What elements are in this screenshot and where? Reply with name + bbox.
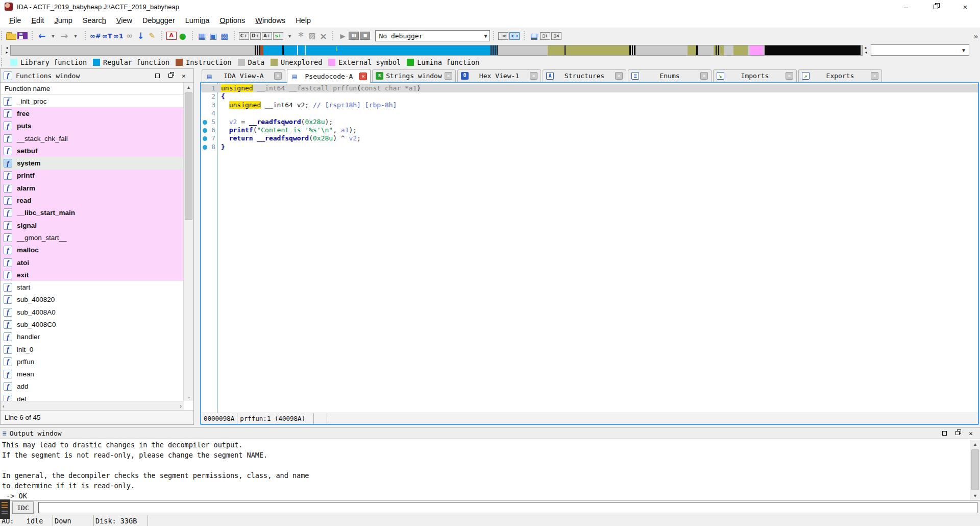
function-row[interactable]: fexit — [1, 269, 184, 281]
output-window-titlebar[interactable]: ≡ Output window × — [0, 427, 980, 439]
output-log[interactable]: This may lead to drastic changes in the … — [0, 440, 970, 500]
tab-close-icon[interactable]: × — [871, 72, 878, 80]
desktop-save-icon[interactable]: ▣ — [208, 31, 218, 41]
menu-file[interactable]: File — [4, 15, 26, 26]
tab-strings-window[interactable]: sStrings window× — [372, 69, 456, 82]
tab-structures[interactable]: AStructures× — [543, 69, 626, 82]
function-row[interactable]: f_init_proc — [1, 95, 184, 107]
scroll-up-icon[interactable]: ▲ — [184, 83, 193, 91]
tab-close-icon[interactable]: × — [786, 72, 793, 80]
panel-close-button[interactable]: × — [177, 70, 190, 81]
menu-view[interactable]: View — [111, 15, 137, 26]
menu-edit[interactable]: Edit — [26, 15, 49, 26]
make-code-icon[interactable]: C+ — [239, 32, 249, 40]
functions-vertical-scrollbar[interactable]: ▲ ⌄ — [183, 83, 193, 401]
search-names-icon[interactable]: ∞# — [90, 31, 101, 41]
code-line[interactable]: 5 v2 = __readfsqword(0x28u); — [201, 118, 978, 126]
function-row[interactable]: fsub_4008C0 — [1, 318, 184, 330]
make-string-icon[interactable]: s+ — [273, 32, 283, 40]
panel-maximize-button[interactable] — [151, 70, 164, 81]
function-row[interactable]: fatoi — [1, 256, 184, 269]
nav-back-icon[interactable]: ← — [37, 31, 47, 41]
function-row[interactable]: f__gmon_start__ — [1, 231, 184, 244]
nav-forward-dropdown-icon[interactable]: ▾ — [70, 31, 81, 41]
jump-next-icon[interactable]: ↓ — [136, 31, 146, 41]
navigation-band[interactable]: ↓ — [10, 45, 863, 56]
function-row[interactable]: ffree — [1, 107, 184, 119]
restore-button[interactable] — [921, 0, 950, 13]
function-row[interactable]: fstart — [1, 281, 184, 293]
scroll-right-icon[interactable]: › — [180, 403, 182, 409]
code-line[interactable]: 6 printf("Content is '%s'\n", a1); — [201, 126, 978, 134]
column-header-function-name[interactable]: Function name — [1, 83, 184, 95]
function-row[interactable]: fmalloc — [1, 244, 184, 256]
function-row[interactable]: fmean — [1, 368, 184, 380]
code-line[interactable]: 3 unsigned __int64 v2; // [rsp+18h] [rbp… — [201, 101, 978, 109]
problems-icon[interactable]: A — [166, 32, 177, 40]
debug-stop-icon[interactable]: ■ — [360, 32, 370, 40]
function-row[interactable]: finit_0 — [1, 343, 184, 355]
nav-back-dropdown-icon[interactable]: ▾ — [48, 31, 58, 41]
function-row[interactable]: fsub_400820 — [1, 294, 184, 306]
nav-forward-icon[interactable]: → — [59, 31, 69, 41]
function-row[interactable]: fsignal — [1, 219, 184, 231]
panel-maximize-button[interactable] — [938, 428, 951, 438]
make-data-icon[interactable]: D+ — [250, 32, 261, 40]
tab-close-icon[interactable]: × — [445, 72, 452, 80]
scroll-left-icon[interactable]: ‹ — [3, 403, 5, 409]
scroll-down-icon[interactable]: ▼ — [970, 491, 980, 500]
desktop-layout-icon[interactable]: ▦ — [197, 31, 207, 41]
panel-close-button[interactable]: × — [964, 428, 977, 438]
make-dropdown-icon[interactable]: ▾ — [284, 31, 295, 41]
menu-windows[interactable]: Windows — [250, 15, 290, 26]
band-zoom-select[interactable]: ▼ — [871, 44, 969, 56]
open-file-icon[interactable] — [6, 34, 16, 40]
undefine-icon[interactable]: × — [318, 31, 328, 41]
function-row[interactable]: fprffun — [1, 355, 184, 368]
function-row[interactable]: fsetbuf — [1, 145, 184, 157]
output-vertical-scrollbar[interactable]: ▲ ▼ — [970, 440, 980, 500]
calculator-icon[interactable]: ▤ — [529, 31, 539, 41]
scroll-up-icon[interactable]: ▲ — [970, 440, 980, 448]
code-line[interactable]: 1unsigned __int64 __fastcall prffun(cons… — [201, 84, 978, 92]
tab-close-icon[interactable]: × — [700, 72, 708, 80]
menu-jump[interactable]: Jump — [49, 15, 77, 26]
tab-close-icon[interactable]: × — [530, 72, 537, 80]
debug-start-icon[interactable]: ▶ — [337, 31, 348, 41]
menu-debugger[interactable]: Debugger — [137, 15, 180, 26]
pseudocode-view[interactable]: 1unsigned __int64 __fastcall prffun(cons… — [201, 83, 978, 413]
function-row[interactable]: f__libc_start_main — [1, 207, 184, 219]
function-row[interactable]: fsystem — [1, 157, 184, 169]
menu-help[interactable]: Help — [290, 15, 316, 26]
tab-close-icon[interactable]: × — [274, 72, 282, 80]
menu-options[interactable]: Options — [214, 15, 250, 26]
search-again-icon[interactable]: ∞ — [125, 31, 135, 41]
function-row[interactable]: fprintf — [1, 170, 184, 182]
tab-imports[interactable]: ↘Imports× — [713, 69, 797, 82]
menu-search[interactable]: Search — [78, 15, 111, 26]
function-row[interactable]: fread — [1, 194, 184, 206]
band-scroll-left[interactable]: ◂▸ — [4, 45, 10, 55]
function-row[interactable]: fhandler — [1, 331, 184, 343]
function-row[interactable]: f__stack_chk_fail — [1, 132, 184, 145]
command-line-input[interactable] — [38, 502, 977, 513]
code-line[interactable]: 8} — [201, 143, 978, 151]
minimize-button[interactable]: – — [891, 0, 921, 13]
scroll-down-icon[interactable]: ⌄ — [184, 392, 193, 401]
plugin-remove-icon[interactable]: ▯× — [551, 32, 561, 40]
freeze-icon[interactable]: * — [296, 31, 306, 41]
function-row[interactable]: fputs — [1, 120, 184, 132]
open-pseudocode-icon[interactable]: c→ — [509, 32, 520, 40]
search-values-icon[interactable]: ∞1 — [113, 31, 124, 41]
make-ascii-icon[interactable]: A+ — [262, 32, 273, 40]
function-row[interactable]: falarm — [1, 182, 184, 194]
collapsed-panel-handle[interactable] — [0, 499, 10, 519]
scrollbar-thumb[interactable] — [185, 92, 192, 220]
tab-hex-view-1[interactable]: 0Hex View-1× — [457, 69, 541, 82]
idc-language-button[interactable]: IDC — [12, 501, 34, 514]
close-button[interactable]: × — [950, 0, 980, 13]
function-row[interactable]: fsub_4008A0 — [1, 306, 184, 318]
highlight-lock-icon[interactable]: ✎ — [147, 31, 157, 41]
desktop-windows-icon[interactable]: ▩ — [219, 31, 230, 41]
toolbar-overflow-icon[interactable]: » — [974, 32, 980, 40]
